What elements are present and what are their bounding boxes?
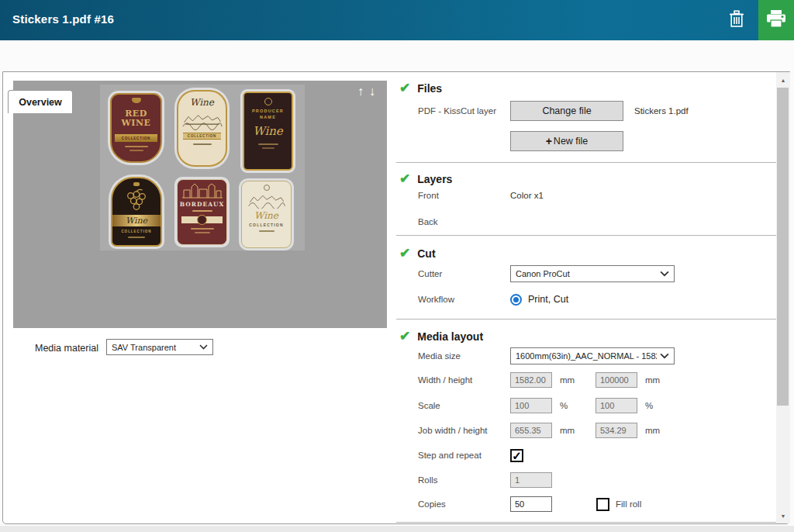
layers-section-header: ✔ Layers	[399, 172, 452, 185]
fill-roll-checkbox[interactable]	[596, 498, 609, 511]
tab-overview[interactable]: Overview	[8, 90, 73, 113]
sticker-title: RED WINE	[122, 109, 151, 128]
scroll-up-arrow[interactable]: ▲	[776, 74, 790, 86]
sticker-title: Wine	[112, 215, 161, 226]
printer-icon	[765, 9, 787, 31]
media-layout-check-icon: ✔	[399, 330, 410, 343]
cut-check-icon: ✔	[399, 247, 410, 260]
step-repeat-checkbox[interactable]: ✓	[510, 449, 523, 462]
scale-y-input	[596, 398, 637, 413]
vineyard-sketch	[247, 193, 287, 209]
workflow-radio-print-cut[interactable]	[510, 294, 522, 306]
files-row-change: PDF - KissCut layer Change file Stickers…	[418, 101, 772, 121]
title-bar: Stickers 1.pdf #16	[0, 0, 794, 40]
files-section-header: ✔ Files	[399, 81, 442, 95]
settings-panel: ✔ Files PDF - KissCut layer Change file …	[396, 72, 776, 525]
cut-section-header: ✔ Cut	[399, 247, 436, 260]
page-up-arrow[interactable]: ↑	[357, 84, 364, 99]
file-type-label: PDF - KissCut layer	[418, 106, 510, 116]
change-file-label: Change file	[542, 105, 591, 116]
section-divider	[396, 319, 776, 320]
section-divider	[396, 235, 776, 236]
media-material-select[interactable]: SAV Transparent	[106, 339, 213, 355]
change-file-button[interactable]: Change file	[510, 101, 623, 121]
media-size-label: Media size	[418, 351, 510, 361]
media-layout-section-title: Media layout	[417, 330, 483, 343]
sticker-wine-grapes-dark: Wine COLLECTION	[109, 174, 164, 249]
sticker-decor	[125, 146, 148, 147]
layers-front-row: Front Color x1	[418, 187, 772, 204]
sticker-decor	[195, 232, 210, 233]
sticker-title: BORDEAUX	[180, 201, 225, 208]
grape-medallion	[197, 215, 207, 225]
fill-roll-group: Fill roll	[596, 498, 641, 511]
plus-icon: +	[546, 136, 552, 146]
rolls-input	[510, 472, 552, 488]
chevron-down-icon	[660, 271, 669, 277]
chevron-down-icon	[199, 344, 208, 350]
sticker-ribbon	[181, 216, 223, 223]
sticker-line: PRODUCER	[252, 109, 284, 113]
cutter-value: Canon ProCut	[516, 269, 657, 278]
media-width-input	[510, 372, 552, 388]
job-title: Stickers 1.pdf #16	[12, 12, 114, 26]
sticker-wine-collection-cream: Wine COLLECTION	[174, 88, 230, 169]
copies-label: Copies	[418, 499, 510, 509]
tab-overview-label: Overview	[19, 97, 62, 108]
job-height-input	[596, 423, 637, 438]
chevron-down-icon	[660, 353, 669, 359]
delete-job-button[interactable]	[720, 0, 754, 40]
sticker-decor	[259, 230, 274, 232]
cut-section-title: Cut	[417, 247, 435, 260]
front-value: Color x1	[510, 191, 544, 200]
section-divider	[396, 522, 776, 523]
page-down-arrow[interactable]: ↓	[369, 84, 375, 99]
vineyard-sketch	[181, 110, 223, 130]
job-preview-image: RED WINE COLLECTION Wine COLLECTION	[100, 85, 305, 250]
panel-scrollbar[interactable]: ▲ ▼	[776, 72, 790, 523]
copies-row: Copies Fill roll	[418, 496, 772, 513]
layers-back-row: Back	[418, 213, 772, 230]
step-repeat-row: Step and repeat ✓	[418, 447, 772, 464]
check-mark-icon: ✓	[512, 451, 522, 461]
sticker-decor	[128, 237, 145, 238]
cutter-select[interactable]: Canon ProCut	[510, 265, 675, 282]
scrollbar-thumb[interactable]	[777, 88, 789, 406]
scale-x-input	[510, 398, 552, 413]
layers-section-title: Layers	[417, 173, 452, 185]
width-height-row: Width / height mm mm	[418, 371, 772, 389]
workflow-label: Workflow	[418, 295, 510, 304]
grapes-sketch	[121, 188, 152, 213]
files-check-icon: ✔	[399, 81, 410, 95]
section-divider	[396, 162, 776, 163]
workflow-row: Workflow Print, Cut	[418, 289, 772, 309]
print-button[interactable]	[758, 0, 794, 40]
sticker-crest	[264, 185, 270, 191]
current-file-name: Stickers 1.pdf	[634, 106, 689, 116]
copies-input[interactable]	[510, 496, 552, 512]
sticker-band: COLLECTION	[183, 133, 221, 140]
sticker-crest	[132, 98, 141, 103]
sticker-bordeaux: BORDEAUX	[174, 177, 230, 247]
window-bottom-edge	[0, 526, 794, 532]
trash-icon	[729, 10, 744, 31]
scroll-down-arrow[interactable]: ▼	[776, 510, 790, 522]
sticker-decor	[193, 143, 212, 145]
files-section-title: Files	[417, 82, 442, 95]
sticker-decor	[129, 150, 143, 151]
tab-strip: Overview Files Layers Cut Media layout P…	[0, 40, 794, 71]
sticker-red-wine: RED WINE COLLECTION	[108, 91, 164, 165]
media-size-select[interactable]: 1600mm(63in)_AAC_NORMAL - 1582 x 10	[510, 347, 675, 364]
media-material-value: SAV Transparent	[112, 343, 196, 352]
unit-mm: mm	[645, 426, 667, 435]
preview-page-arrows: ↑ ↓	[357, 84, 375, 99]
cutter-label: Cutter	[418, 269, 510, 278]
sticker-producer-name: PRODUCER NAME Wine	[240, 89, 295, 173]
job-size-label: Job width / height	[418, 426, 510, 435]
chateau-sketch	[181, 182, 224, 199]
sticker-title: Wine	[190, 97, 214, 108]
sticker-band: COLLECTION	[121, 230, 151, 233]
new-file-button[interactable]: + New file	[510, 131, 623, 151]
sticker-band: COLLECTION	[115, 134, 157, 142]
media-height-input	[596, 372, 637, 388]
